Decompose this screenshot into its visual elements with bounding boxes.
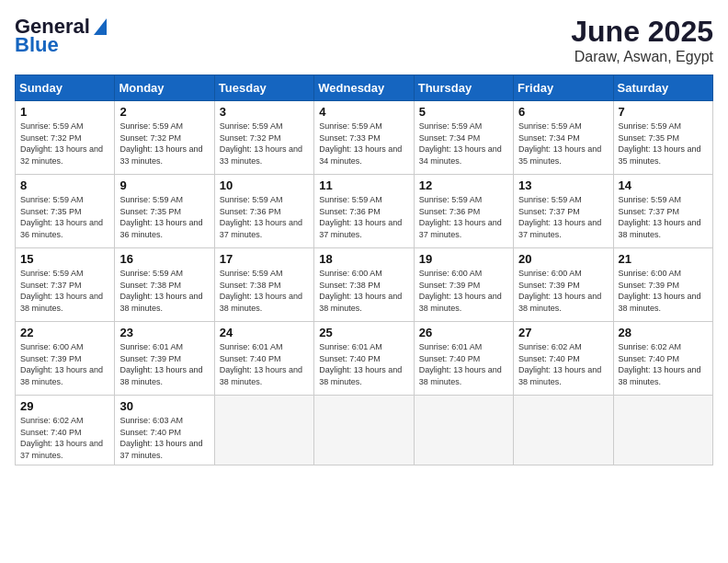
calendar-cell: 7Sunrise: 5:59 AMSunset: 7:35 PMDaylight… — [613, 101, 712, 175]
day-info: Sunrise: 6:02 AMSunset: 7:40 PMDaylight:… — [619, 341, 708, 387]
day-info: Sunrise: 5:59 AMSunset: 7:35 PMDaylight:… — [119, 194, 209, 240]
logo: General Blue — [15, 15, 107, 57]
weekday-header-row: SundayMondayTuesdayWednesdayThursdayFrid… — [16, 75, 713, 101]
week-row-3: 15Sunrise: 5:59 AMSunset: 7:37 PMDayligh… — [16, 248, 713, 322]
day-number: 13 — [518, 178, 608, 192]
day-info: Sunrise: 5:59 AMSunset: 7:32 PMDaylight:… — [220, 121, 309, 167]
day-info: Sunrise: 5:59 AMSunset: 7:36 PMDaylight:… — [319, 194, 408, 240]
calendar-cell: 20Sunrise: 6:00 AMSunset: 7:39 PMDayligh… — [514, 248, 613, 322]
calendar-cell: 29Sunrise: 6:02 AMSunset: 7:40 PMDayligh… — [16, 396, 115, 465]
logo-icon — [94, 18, 107, 35]
day-info: Sunrise: 6:01 AMSunset: 7:40 PMDaylight:… — [319, 341, 408, 387]
calendar-cell: 16Sunrise: 5:59 AMSunset: 7:38 PMDayligh… — [115, 248, 214, 322]
day-info: Sunrise: 5:59 AMSunset: 7:33 PMDaylight:… — [319, 121, 408, 167]
day-info: Sunrise: 5:59 AMSunset: 7:34 PMDaylight:… — [518, 121, 608, 167]
day-info: Sunrise: 6:02 AMSunset: 7:40 PMDaylight:… — [518, 341, 608, 387]
day-info: Sunrise: 6:01 AMSunset: 7:40 PMDaylight:… — [419, 341, 508, 387]
weekday-header-thursday: Thursday — [414, 75, 513, 101]
day-number: 28 — [619, 326, 708, 339]
calendar-cell: 24Sunrise: 6:01 AMSunset: 7:40 PMDayligh… — [214, 322, 313, 396]
weekday-header-saturday: Saturday — [613, 75, 712, 101]
day-number: 15 — [20, 252, 109, 266]
day-info: Sunrise: 6:01 AMSunset: 7:39 PMDaylight:… — [119, 341, 209, 387]
calendar-cell: 28Sunrise: 6:02 AMSunset: 7:40 PMDayligh… — [613, 322, 712, 396]
day-number: 29 — [20, 399, 109, 413]
day-number: 1 — [20, 105, 109, 119]
calendar-cell — [414, 396, 513, 465]
day-info: Sunrise: 6:00 AMSunset: 7:39 PMDaylight:… — [419, 268, 508, 314]
day-number: 16 — [119, 252, 209, 266]
day-info: Sunrise: 5:59 AMSunset: 7:32 PMDaylight:… — [20, 121, 109, 167]
day-number: 30 — [119, 399, 209, 413]
day-number: 12 — [419, 178, 508, 192]
calendar-cell: 5Sunrise: 5:59 AMSunset: 7:34 PMDaylight… — [414, 101, 513, 175]
day-number: 4 — [319, 105, 408, 119]
day-info: Sunrise: 5:59 AMSunset: 7:37 PMDaylight:… — [518, 194, 608, 240]
day-info: Sunrise: 5:59 AMSunset: 7:35 PMDaylight:… — [20, 194, 109, 240]
calendar-cell: 26Sunrise: 6:01 AMSunset: 7:40 PMDayligh… — [414, 322, 513, 396]
logo-text-blue: Blue — [15, 33, 59, 57]
day-number: 24 — [220, 326, 309, 339]
calendar-cell: 21Sunrise: 6:00 AMSunset: 7:39 PMDayligh… — [613, 248, 712, 322]
day-number: 18 — [319, 252, 408, 266]
calendar-cell: 30Sunrise: 6:03 AMSunset: 7:40 PMDayligh… — [115, 396, 214, 465]
day-info: Sunrise: 5:59 AMSunset: 7:37 PMDaylight:… — [619, 194, 708, 240]
day-number: 7 — [619, 105, 708, 119]
calendar-cell: 6Sunrise: 5:59 AMSunset: 7:34 PMDaylight… — [514, 101, 613, 175]
weekday-header-wednesday: Wednesday — [314, 75, 414, 101]
day-number: 11 — [319, 178, 408, 192]
day-number: 14 — [619, 178, 708, 192]
location-title: Daraw, Aswan, Egypt — [571, 49, 713, 65]
day-number: 6 — [518, 105, 608, 119]
day-info: Sunrise: 5:59 AMSunset: 7:36 PMDaylight:… — [220, 194, 309, 240]
calendar-cell: 17Sunrise: 5:59 AMSunset: 7:38 PMDayligh… — [214, 248, 313, 322]
page-header: General Blue June 2025 Daraw, Aswan, Egy… — [15, 15, 713, 65]
day-info: Sunrise: 6:02 AMSunset: 7:40 PMDaylight:… — [20, 415, 109, 461]
day-info: Sunrise: 6:03 AMSunset: 7:40 PMDaylight:… — [119, 415, 209, 461]
day-info: Sunrise: 6:00 AMSunset: 7:39 PMDaylight:… — [20, 341, 109, 387]
day-number: 17 — [220, 252, 309, 266]
day-number: 8 — [20, 178, 109, 192]
calendar-cell: 23Sunrise: 6:01 AMSunset: 7:39 PMDayligh… — [115, 322, 214, 396]
calendar-cell: 4Sunrise: 5:59 AMSunset: 7:33 PMDaylight… — [314, 101, 414, 175]
day-number: 20 — [518, 252, 608, 266]
week-row-5: 29Sunrise: 6:02 AMSunset: 7:40 PMDayligh… — [16, 396, 713, 465]
month-title: June 2025 — [571, 15, 713, 49]
day-number: 27 — [518, 326, 608, 339]
calendar-cell: 22Sunrise: 6:00 AMSunset: 7:39 PMDayligh… — [16, 322, 115, 396]
calendar-cell: 9Sunrise: 5:59 AMSunset: 7:35 PMDaylight… — [115, 175, 214, 248]
day-info: Sunrise: 6:00 AMSunset: 7:39 PMDaylight:… — [619, 268, 708, 314]
calendar-cell: 14Sunrise: 5:59 AMSunset: 7:37 PMDayligh… — [613, 175, 712, 248]
calendar-cell — [214, 396, 313, 465]
calendar-cell: 2Sunrise: 5:59 AMSunset: 7:32 PMDaylight… — [115, 101, 214, 175]
calendar-cell: 27Sunrise: 6:02 AMSunset: 7:40 PMDayligh… — [514, 322, 613, 396]
calendar-cell: 25Sunrise: 6:01 AMSunset: 7:40 PMDayligh… — [314, 322, 414, 396]
day-number: 25 — [319, 326, 408, 339]
weekday-header-tuesday: Tuesday — [214, 75, 313, 101]
day-info: Sunrise: 6:00 AMSunset: 7:39 PMDaylight:… — [518, 268, 608, 314]
calendar-cell: 12Sunrise: 5:59 AMSunset: 7:36 PMDayligh… — [414, 175, 513, 248]
calendar-cell: 13Sunrise: 5:59 AMSunset: 7:37 PMDayligh… — [514, 175, 613, 248]
calendar-cell: 1Sunrise: 5:59 AMSunset: 7:32 PMDaylight… — [16, 101, 115, 175]
day-number: 9 — [119, 178, 209, 192]
day-info: Sunrise: 5:59 AMSunset: 7:35 PMDaylight:… — [619, 121, 708, 167]
day-info: Sunrise: 5:59 AMSunset: 7:34 PMDaylight:… — [419, 121, 508, 167]
weekday-header-monday: Monday — [115, 75, 214, 101]
weekday-header-sunday: Sunday — [16, 75, 115, 101]
day-number: 3 — [220, 105, 309, 119]
calendar-cell: 8Sunrise: 5:59 AMSunset: 7:35 PMDaylight… — [16, 175, 115, 248]
weekday-header-friday: Friday — [514, 75, 613, 101]
day-number: 21 — [619, 252, 708, 266]
day-number: 26 — [419, 326, 508, 339]
calendar-cell — [514, 396, 613, 465]
calendar-table: SundayMondayTuesdayWednesdayThursdayFrid… — [15, 75, 713, 465]
week-row-2: 8Sunrise: 5:59 AMSunset: 7:35 PMDaylight… — [16, 175, 713, 248]
day-number: 19 — [419, 252, 508, 266]
calendar-cell: 15Sunrise: 5:59 AMSunset: 7:37 PMDayligh… — [16, 248, 115, 322]
day-info: Sunrise: 5:59 AMSunset: 7:38 PMDaylight:… — [119, 268, 209, 314]
calendar-cell: 10Sunrise: 5:59 AMSunset: 7:36 PMDayligh… — [214, 175, 313, 248]
calendar-cell: 18Sunrise: 6:00 AMSunset: 7:38 PMDayligh… — [314, 248, 414, 322]
day-info: Sunrise: 6:00 AMSunset: 7:38 PMDaylight:… — [319, 268, 408, 314]
calendar-cell — [314, 396, 414, 465]
day-number: 10 — [220, 178, 309, 192]
